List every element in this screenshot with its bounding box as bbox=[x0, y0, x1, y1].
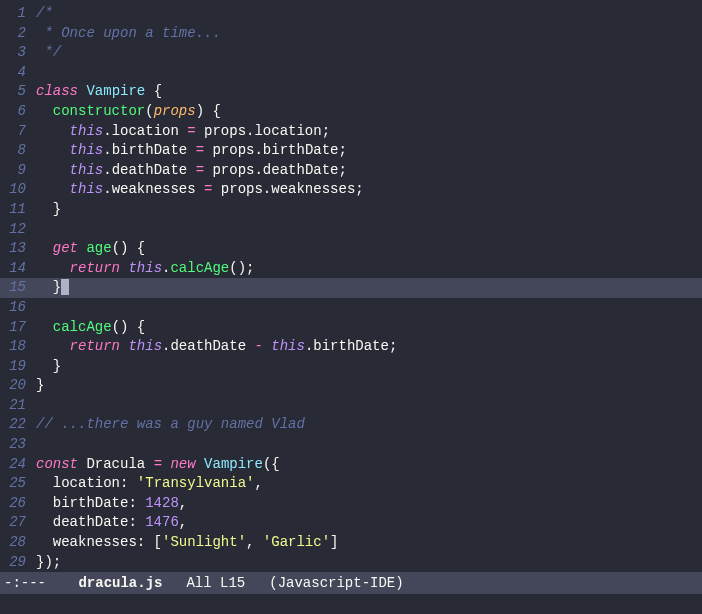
code-line[interactable]: 3 */ bbox=[0, 43, 702, 63]
code-line[interactable]: 10 this.weaknesses = props.weaknesses; bbox=[0, 180, 702, 200]
code-content[interactable]: } bbox=[36, 278, 702, 298]
cursor bbox=[61, 279, 69, 295]
code-content[interactable] bbox=[36, 396, 702, 416]
code-content[interactable] bbox=[36, 63, 702, 83]
line-number: 3 bbox=[0, 43, 36, 63]
code-line[interactable]: 22// ...there was a guy named Vlad bbox=[0, 415, 702, 435]
code-content[interactable] bbox=[36, 435, 702, 455]
minibuffer[interactable] bbox=[0, 594, 702, 614]
code-line[interactable]: 6 constructor(props) { bbox=[0, 102, 702, 122]
code-content[interactable]: this.birthDate = props.birthDate; bbox=[36, 141, 702, 161]
line-number: 11 bbox=[0, 200, 36, 220]
line-number: 29 bbox=[0, 553, 36, 572]
code-content[interactable]: calcAge() { bbox=[36, 318, 702, 338]
line-number: 10 bbox=[0, 180, 36, 200]
code-line[interactable]: 7 this.location = props.location; bbox=[0, 122, 702, 142]
code-line[interactable]: 29}); bbox=[0, 553, 702, 572]
line-number: 4 bbox=[0, 63, 36, 83]
code-line[interactable]: 4 bbox=[0, 63, 702, 83]
modeline-mode: (Javascript-IDE) bbox=[269, 575, 403, 591]
line-number: 23 bbox=[0, 435, 36, 455]
code-line[interactable]: 14 return this.calcAge(); bbox=[0, 259, 702, 279]
code-content[interactable]: this.weaknesses = props.weaknesses; bbox=[36, 180, 702, 200]
code-content[interactable]: * Once upon a time... bbox=[36, 24, 702, 44]
code-content[interactable]: location: 'Transylvania', bbox=[36, 474, 702, 494]
code-content[interactable]: constructor(props) { bbox=[36, 102, 702, 122]
code-line[interactable]: 20} bbox=[0, 376, 702, 396]
code-content[interactable]: }); bbox=[36, 553, 702, 572]
line-number: 7 bbox=[0, 122, 36, 142]
modeline: -:--- dracula.js All L15 (Javascript-IDE… bbox=[0, 572, 702, 594]
code-line[interactable]: 27 deathDate: 1476, bbox=[0, 513, 702, 533]
line-number: 26 bbox=[0, 494, 36, 514]
line-number: 21 bbox=[0, 396, 36, 416]
line-number: 17 bbox=[0, 318, 36, 338]
line-number: 24 bbox=[0, 455, 36, 475]
modeline-position: All L15 bbox=[186, 575, 245, 591]
line-number: 15 bbox=[0, 278, 36, 298]
line-number: 2 bbox=[0, 24, 36, 44]
line-number: 25 bbox=[0, 474, 36, 494]
code-line[interactable]: 12 bbox=[0, 220, 702, 240]
modeline-filename: dracula.js bbox=[78, 575, 162, 591]
modeline-status: -:--- bbox=[4, 575, 54, 591]
line-number: 13 bbox=[0, 239, 36, 259]
line-number: 22 bbox=[0, 415, 36, 435]
code-line[interactable]: 16 bbox=[0, 298, 702, 318]
code-content[interactable] bbox=[36, 298, 702, 318]
line-number: 12 bbox=[0, 220, 36, 240]
code-content[interactable]: } bbox=[36, 376, 702, 396]
code-content[interactable]: const Dracula = new Vampire({ bbox=[36, 455, 702, 475]
code-line[interactable]: 18 return this.deathDate - this.birthDat… bbox=[0, 337, 702, 357]
code-line[interactable]: 13 get age() { bbox=[0, 239, 702, 259]
code-line[interactable]: 5class Vampire { bbox=[0, 82, 702, 102]
code-content[interactable]: } bbox=[36, 200, 702, 220]
code-line[interactable]: 2 * Once upon a time... bbox=[0, 24, 702, 44]
code-content[interactable]: class Vampire { bbox=[36, 82, 702, 102]
code-content[interactable]: /* bbox=[36, 4, 702, 24]
line-number: 19 bbox=[0, 357, 36, 377]
code-content[interactable]: } bbox=[36, 357, 702, 377]
code-content[interactable]: get age() { bbox=[36, 239, 702, 259]
code-line[interactable]: 25 location: 'Transylvania', bbox=[0, 474, 702, 494]
code-content[interactable]: // ...there was a guy named Vlad bbox=[36, 415, 702, 435]
code-editor[interactable]: 1/*2 * Once upon a time...3 */45class Va… bbox=[0, 0, 702, 572]
line-number: 6 bbox=[0, 102, 36, 122]
code-content[interactable]: return this.deathDate - this.birthDate; bbox=[36, 337, 702, 357]
code-line[interactable]: 21 bbox=[0, 396, 702, 416]
line-number: 28 bbox=[0, 533, 36, 553]
line-number: 20 bbox=[0, 376, 36, 396]
line-number: 8 bbox=[0, 141, 36, 161]
code-line[interactable]: 24const Dracula = new Vampire({ bbox=[0, 455, 702, 475]
line-number: 9 bbox=[0, 161, 36, 181]
code-content[interactable]: return this.calcAge(); bbox=[36, 259, 702, 279]
code-content[interactable]: this.location = props.location; bbox=[36, 122, 702, 142]
line-number: 14 bbox=[0, 259, 36, 279]
code-content[interactable]: deathDate: 1476, bbox=[36, 513, 702, 533]
code-content[interactable]: this.deathDate = props.deathDate; bbox=[36, 161, 702, 181]
code-line[interactable]: 26 birthDate: 1428, bbox=[0, 494, 702, 514]
line-number: 16 bbox=[0, 298, 36, 318]
code-content[interactable]: birthDate: 1428, bbox=[36, 494, 702, 514]
line-number: 27 bbox=[0, 513, 36, 533]
line-number: 18 bbox=[0, 337, 36, 357]
code-content[interactable]: */ bbox=[36, 43, 702, 63]
code-line[interactable]: 23 bbox=[0, 435, 702, 455]
code-line[interactable]: 1/* bbox=[0, 4, 702, 24]
code-line[interactable]: 8 this.birthDate = props.birthDate; bbox=[0, 141, 702, 161]
code-content[interactable]: weaknesses: ['Sunlight', 'Garlic'] bbox=[36, 533, 702, 553]
code-line[interactable]: 28 weaknesses: ['Sunlight', 'Garlic'] bbox=[0, 533, 702, 553]
line-number: 5 bbox=[0, 82, 36, 102]
line-number: 1 bbox=[0, 4, 36, 24]
code-line[interactable]: 17 calcAge() { bbox=[0, 318, 702, 338]
code-line[interactable]: 15 } bbox=[0, 278, 702, 298]
code-line[interactable]: 11 } bbox=[0, 200, 702, 220]
code-line[interactable]: 9 this.deathDate = props.deathDate; bbox=[0, 161, 702, 181]
code-content[interactable] bbox=[36, 220, 702, 240]
code-line[interactable]: 19 } bbox=[0, 357, 702, 377]
